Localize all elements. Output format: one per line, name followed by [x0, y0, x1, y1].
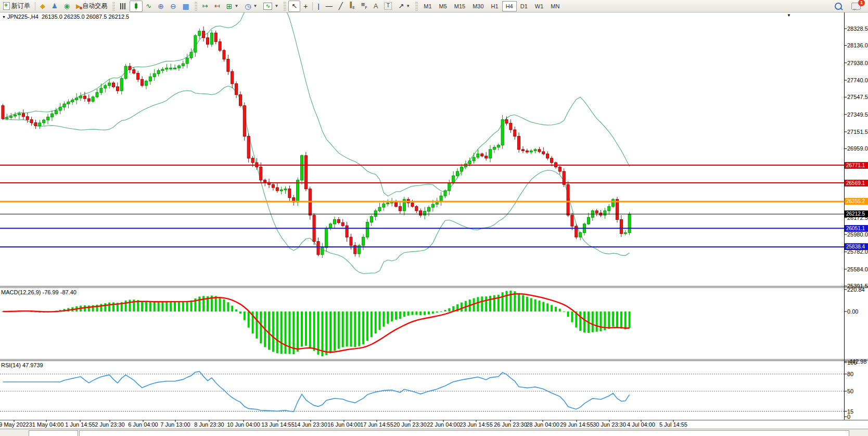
timeframe-mn[interactable]: MN — [547, 1, 563, 11]
search-icon[interactable] — [835, 3, 842, 10]
zoom-out-button[interactable]: ⊖ — [167, 1, 180, 12]
auto-scroll-button[interactable]: ↦ — [199, 1, 211, 12]
arrows-icon: ↗ — [398, 2, 404, 10]
rsi-indicator-label: RSI(14) 47.9739 — [1, 362, 43, 368]
vertical-line-button[interactable]: | — [314, 1, 322, 12]
status-panel — [29, 430, 78, 436]
rsi-pane — [0, 371, 844, 412]
dropdown-caret: ▼ — [406, 4, 410, 8]
toolbar-right: 1 — [835, 3, 861, 10]
line-chart-icon: ∿ — [146, 2, 151, 10]
cursor-button[interactable]: ↖ — [288, 1, 300, 12]
timeframe-h4[interactable]: H4 — [502, 1, 517, 11]
timeframe-d1[interactable]: D1 — [517, 1, 531, 11]
line-chart-button[interactable]: ∿ — [143, 1, 155, 12]
toolbar-grip — [112, 2, 115, 10]
price-line-badge: 26355.2 — [845, 198, 868, 205]
crosshair-button[interactable]: + — [300, 1, 311, 12]
candlestick-chart-button[interactable] — [130, 1, 143, 12]
price-line-badge: 26771.1 — [845, 162, 868, 169]
text-label-icon: T — [384, 2, 392, 10]
toolbar-grip — [284, 2, 286, 10]
trendline-button[interactable]: ╱ — [336, 1, 346, 12]
arrows-button[interactable]: ↗▼ — [395, 1, 413, 12]
timeframe-h1[interactable]: H1 — [488, 1, 502, 11]
price-tick-label: 25584.0 — [847, 266, 868, 272]
crosshair-icon: + — [303, 2, 308, 10]
candlestick-chart-icon — [133, 3, 139, 9]
chart-title: ▼JPN225-,H4 26135.0 26235.0 26087.5 2621… — [2, 14, 129, 20]
navigator-button[interactable]: ◉ — [61, 1, 73, 12]
macd-tick-label: 220.84 — [847, 286, 865, 293]
time-tick-label: 5 Jul 14:55 — [659, 421, 687, 428]
timeframe-w1[interactable]: W1 — [531, 1, 547, 11]
macd-indicator-label: MACD(12,26,9) -76.99 -87.40 — [1, 289, 76, 295]
time-tick-label: 6 Jun 04:00 — [128, 421, 158, 428]
price-line-badge: 26212.5 — [845, 210, 868, 217]
equidistant-channel-button[interactable]: ∥E — [346, 1, 358, 12]
text-label-button[interactable]: T — [381, 1, 395, 12]
vertical-line-icon: | — [317, 2, 319, 10]
price-tick-label: 27349.5 — [847, 111, 868, 118]
auto-trading-button[interactable]: ▶ 自动交易 — [73, 1, 110, 12]
data-window-button[interactable]: ♟ — [48, 1, 61, 12]
bar-chart-button[interactable] — [117, 1, 130, 12]
price-tick-label: 27938.0 — [847, 60, 868, 66]
horizontal-line-button[interactable]: — — [323, 1, 336, 12]
price-tick-label: 28136.0 — [847, 42, 868, 48]
time-tick-label: 16 Jun 04:00 — [327, 421, 361, 428]
dropdown-caret: ▼ — [274, 4, 278, 8]
time-tick-label: 22 Jun 04:00 — [427, 421, 460, 428]
chart-symbol-period: JPN225-,H4 — [7, 14, 39, 20]
notification-badge: 1 — [858, 0, 865, 6]
time-tick-label: 13 Jun 14:55 — [261, 421, 295, 428]
time-tick-label: 23 Jun 14:55 — [459, 421, 493, 428]
zoom-out-icon: ⊖ — [170, 2, 176, 10]
auto-trading-label: 自动交易 — [82, 2, 107, 10]
timeframe-m30[interactable]: M30 — [469, 1, 487, 11]
time-tick-label: 30 Jun 23:30 — [593, 421, 626, 428]
chart-shift-marker-icon[interactable]: ▼ — [787, 13, 791, 18]
text-button[interactable]: A — [371, 1, 381, 12]
rsi-tick-label: 100 — [847, 359, 857, 366]
navigator-icon: ◉ — [64, 2, 70, 10]
market-watch-icon: ◆ — [40, 2, 45, 10]
zoom-in-button[interactable]: ⊕ — [155, 1, 167, 12]
time-tick-label: 4 Jul 04:00 — [627, 421, 655, 428]
rsi-tick-label: 0 — [847, 414, 850, 420]
time-tick-label: 28 Jun 04:00 — [526, 421, 559, 428]
new-order-icon — [3, 2, 10, 10]
tile-windows-icon: ▦ — [183, 2, 189, 10]
price-line-badge: 26051.1 — [845, 225, 868, 232]
timeframe-m15[interactable]: M15 — [451, 1, 469, 11]
toolbar-separator — [35, 2, 35, 10]
time-tick-label: 26 Jun 23:30 — [494, 421, 527, 428]
indicators-button[interactable]: ∿▼ — [260, 1, 282, 12]
profiles-button[interactable]: ◷▼ — [241, 1, 260, 12]
price-tick-label: 27151.5 — [847, 129, 868, 135]
chat-icon[interactable]: 1 — [851, 3, 861, 10]
chart-canvas[interactable] — [0, 0, 868, 436]
price-line-badge: 26569.1 — [845, 180, 868, 186]
chart-title-arrow-icon: ▼ — [2, 15, 6, 19]
rsi-tick-label: 50 — [847, 388, 853, 394]
indicators-icon: ∿ — [263, 3, 272, 10]
time-tick-label: 29 Jun 14:55 — [560, 421, 593, 428]
rsi-tick-label: 80 — [847, 371, 853, 377]
fibonacci-button[interactable]: ≡F — [358, 1, 371, 12]
timeframe-m5[interactable]: M5 — [436, 1, 451, 11]
macd-pane — [2, 291, 631, 356]
bollinger-bands — [3, 0, 630, 273]
time-tick-label: 9 May 2022 — [0, 421, 29, 428]
price-tick-label: 26959.0 — [847, 145, 868, 152]
chart-shift-button[interactable]: ↤ — [211, 1, 223, 12]
timeframe-m1[interactable]: M1 — [420, 1, 435, 11]
zoom-in-icon: ⊕ — [158, 2, 164, 10]
auto-trading-icon: ▶ — [76, 2, 81, 10]
new-chart-button[interactable]: ⊞▼ — [223, 1, 242, 12]
time-tick-label: 8 Jun 23:30 — [194, 421, 224, 428]
new-order-button[interactable]: 新订单 — [0, 1, 33, 12]
time-tick-label: 14 Jun 23:30 — [294, 421, 327, 428]
tile-windows-button[interactable]: ▦ — [180, 1, 193, 12]
market-watch-button[interactable]: ◆ — [37, 1, 48, 12]
